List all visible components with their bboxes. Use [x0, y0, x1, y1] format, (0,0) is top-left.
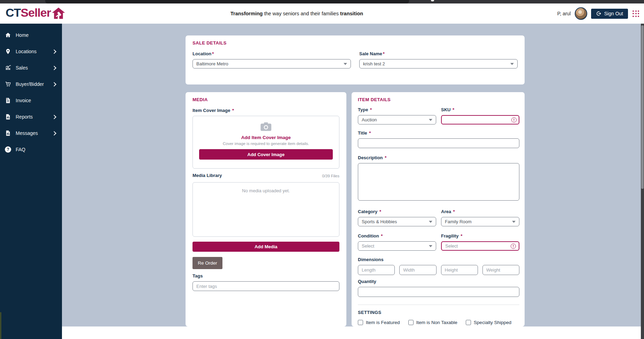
category-select[interactable]: Sports & Hobbies	[358, 217, 436, 226]
sale-details-card: SALE DETAILS Location* Baltimore Metro S…	[186, 35, 525, 84]
width-input[interactable]	[399, 265, 436, 275]
sales-chart-icon	[5, 65, 11, 71]
chevron-right-icon	[52, 115, 56, 119]
sale-name-select[interactable]: krish test 2	[359, 59, 518, 68]
chevron-right-icon	[52, 82, 56, 87]
desktop-edge	[0, 312, 1, 339]
sku-label: SKU *	[441, 107, 519, 112]
category-label: Category *	[358, 209, 436, 214]
dropdown-arrow-icon	[512, 221, 516, 223]
type-select[interactable]: Auction	[358, 115, 436, 124]
tags-label: Tags	[193, 273, 339, 279]
media-library-label: Media Library	[193, 173, 222, 178]
header-controls: P, arul Sign Out	[557, 7, 640, 20]
cover-image-dropzone[interactable]: Add Item Cover Image Cover image is requ…	[193, 116, 339, 169]
description-textarea[interactable]	[358, 163, 519, 201]
dropdown-arrow-icon	[429, 221, 432, 223]
sidebar-item-locations[interactable]: Locations	[0, 45, 62, 58]
invoice-icon: $	[5, 97, 11, 104]
sidebar-item-buyer-bidder[interactable]: Buyer/Bidder	[0, 77, 62, 91]
condition-select[interactable]: Select	[358, 241, 436, 251]
tagline: Transforming the way seniors and their f…	[230, 11, 363, 16]
cover-image-label: Item Cover Image *	[193, 108, 339, 113]
browser-chrome	[0, 0, 644, 3]
error-icon: !	[511, 243, 516, 249]
main-content: SALE DETAILS Location* Baltimore Metro S…	[62, 24, 641, 326]
media-library-box[interactable]: No media uploaded yet.	[193, 182, 339, 237]
logo-text: CTSeller	[6, 6, 51, 19]
settings-divider	[358, 305, 519, 305]
dropdown-arrow-icon	[510, 63, 514, 65]
app-header: CTSeller Transforming the way seniors an…	[0, 3, 644, 24]
item-featured-checkbox-row[interactable]: Item is Featured	[358, 320, 400, 325]
item-non-taxable-checkbox-row[interactable]: Item is Non Taxable	[408, 320, 457, 325]
faq-icon: ?	[5, 146, 11, 153]
settings-title: SETTINGS	[358, 310, 519, 315]
add-media-button[interactable]: Add Media	[193, 242, 339, 252]
sidebar-nav: Home Locations Sales Buyer/Bidder $ Invo…	[0, 24, 62, 339]
area-label: Area *	[441, 209, 519, 214]
checkbox[interactable]	[358, 320, 363, 325]
description-label: Description *	[358, 155, 519, 160]
logo-house-gavel-icon	[52, 7, 65, 19]
add-cover-hint: Cover image is required to generate item…	[193, 142, 339, 146]
checkbox[interactable]	[408, 320, 414, 325]
camera-icon	[260, 122, 272, 131]
sale-details-title: SALE DETAILS	[193, 40, 518, 46]
item-details-title: ITEM DETAILS	[358, 97, 519, 102]
apps-grid-icon[interactable]	[632, 10, 640, 18]
scrollbar[interactable]	[641, 24, 644, 339]
title-label: Title *	[358, 130, 519, 136]
svg-text:$: $	[7, 98, 8, 100]
condition-label: Condition *	[358, 233, 436, 239]
sign-out-button[interactable]: Sign Out	[591, 9, 628, 19]
add-cover-title: Add Item Cover Image	[193, 135, 339, 140]
location-select[interactable]: Baltimore Metro	[193, 59, 351, 68]
sidebar-item-sales[interactable]: Sales	[0, 61, 62, 75]
specialty-shipped-checkbox-row[interactable]: Specialty Shipped	[466, 320, 511, 325]
media-library-empty: No media uploaded yet.	[242, 188, 290, 193]
add-cover-image-button[interactable]: Add Cover Image	[199, 149, 333, 160]
location-label: Location*	[193, 51, 351, 56]
app-logo[interactable]: CTSeller	[6, 6, 65, 19]
sidebar-item-home[interactable]: Home	[0, 28, 62, 42]
error-icon: !	[511, 117, 517, 122]
messages-icon	[5, 130, 11, 136]
sidebar-item-invoice[interactable]: $ Invoice	[0, 94, 62, 107]
logout-icon	[596, 11, 602, 16]
sale-name-label: Sale Name*	[359, 51, 518, 56]
location-pin-icon	[5, 48, 11, 55]
reorder-button[interactable]: Re Order	[193, 257, 222, 269]
report-icon	[5, 114, 11, 120]
length-input[interactable]	[358, 265, 395, 275]
height-input[interactable]	[441, 265, 478, 275]
dropdown-arrow-icon	[344, 63, 347, 65]
tags-input[interactable]	[193, 281, 339, 291]
browser-tab[interactable]	[45, 0, 409, 3]
files-count: 0/39 Files	[322, 174, 339, 178]
quantity-label: Quantity	[358, 279, 519, 284]
weight-input[interactable]	[482, 265, 519, 275]
cart-icon	[5, 81, 11, 87]
checkbox[interactable]	[466, 320, 471, 325]
home-icon	[5, 32, 11, 38]
media-title: MEDIA	[193, 97, 339, 102]
fragility-label: Fragility *	[441, 233, 519, 239]
chevron-right-icon	[52, 131, 56, 136]
dimensions-label: Dimensions	[358, 257, 519, 262]
area-select[interactable]: Family Room	[441, 217, 519, 226]
scrollbar-thumb[interactable]	[641, 25, 644, 189]
quantity-input[interactable]	[358, 287, 519, 297]
title-input[interactable]	[358, 138, 519, 148]
chevron-right-icon	[52, 66, 56, 70]
chevron-right-icon	[52, 49, 56, 54]
sidebar-item-reports[interactable]: Reports	[0, 110, 62, 124]
dropdown-arrow-icon	[429, 245, 432, 247]
sidebar-item-faq[interactable]: ? FAQ	[0, 143, 62, 156]
sku-input[interactable]	[441, 115, 519, 124]
media-card: MEDIA Item Cover Image * Add Item Cover …	[186, 92, 346, 326]
dropdown-arrow-icon	[429, 119, 432, 121]
avatar[interactable]	[575, 7, 587, 20]
fragility-select[interactable]: Select !	[441, 241, 519, 251]
sidebar-item-messages[interactable]: Messages	[0, 126, 62, 140]
